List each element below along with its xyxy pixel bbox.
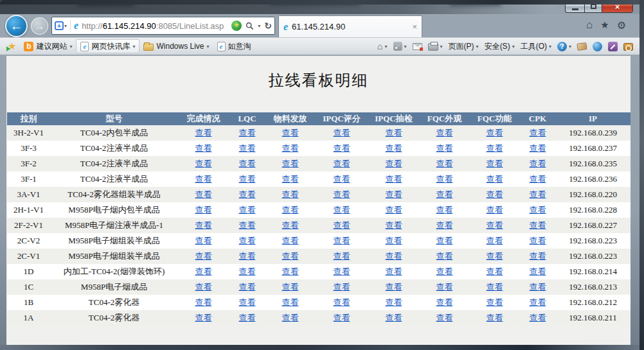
view-link[interactable]: 查看 (487, 267, 503, 276)
view-link[interactable]: 查看 (334, 143, 350, 153)
home-menu-button[interactable]: ⌂ ▾ (377, 41, 387, 51)
view-link[interactable]: 查看 (239, 236, 256, 245)
view-link[interactable]: 查看 (195, 297, 212, 307)
view-link[interactable]: 查看 (386, 143, 402, 153)
view-link[interactable]: 查看 (334, 267, 350, 276)
view-link[interactable]: 查看 (487, 282, 503, 292)
view-link[interactable]: 查看 (487, 220, 503, 230)
view-link[interactable]: 查看 (530, 128, 546, 137)
view-link[interactable]: 查看 (436, 282, 453, 292)
view-link[interactable]: 查看 (195, 205, 212, 214)
view-link[interactable]: 查看 (334, 282, 350, 292)
view-link[interactable]: 查看 (436, 189, 453, 199)
browser-tab[interactable]: e 61.145.214.90 × (278, 15, 422, 37)
view-link[interactable]: 查看 (282, 205, 299, 214)
view-link[interactable]: 查看 (436, 251, 453, 261)
view-link[interactable]: 查看 (195, 251, 212, 261)
view-link[interactable]: 查看 (239, 128, 256, 137)
add-favorite-button[interactable]: ★ (4, 39, 20, 53)
view-link[interactable]: 查看 (436, 297, 453, 307)
view-link[interactable]: 查看 (386, 251, 402, 261)
back-button[interactable]: ← (5, 15, 28, 37)
view-link[interactable]: 查看 (436, 128, 453, 137)
view-link[interactable]: 查看 (239, 313, 256, 322)
view-link[interactable]: 查看 (436, 205, 453, 214)
view-link[interactable]: 查看 (195, 128, 212, 137)
favorite-windows-live[interactable]: Windows Live ▾ (139, 39, 213, 53)
view-link[interactable]: 查看 (195, 174, 212, 184)
view-link[interactable]: 查看 (239, 205, 256, 214)
view-link[interactable]: 查看 (334, 159, 350, 168)
home-icon[interactable]: ⌂ (586, 19, 593, 31)
view-link[interactable]: 查看 (282, 143, 299, 153)
view-link[interactable]: 查看 (386, 159, 402, 168)
view-link[interactable]: 查看 (530, 220, 546, 230)
view-link[interactable]: 查看 (530, 143, 546, 153)
view-link[interactable]: 查看 (282, 159, 299, 168)
view-link[interactable]: 查看 (530, 189, 546, 199)
search-dropdown-icon[interactable]: ▾ (258, 23, 260, 29)
view-link[interactable]: 查看 (530, 205, 546, 214)
view-link[interactable]: 查看 (487, 159, 503, 168)
view-link[interactable]: 查看 (530, 251, 546, 261)
view-link[interactable]: 查看 (436, 220, 453, 230)
view-link[interactable]: 查看 (239, 297, 256, 307)
address-bar[interactable]: + ▾ e http://61.145.214.90:8085/LineList… (51, 17, 275, 35)
read-mail-button[interactable] (413, 43, 422, 50)
view-link[interactable]: 查看 (436, 159, 453, 168)
search-icon[interactable] (246, 22, 254, 30)
favorite-suggested-sites[interactable]: b 建议网站 ▾ (20, 39, 76, 53)
view-link[interactable]: 查看 (282, 128, 299, 137)
favorite-ruyitao[interactable]: e 如意淘 (213, 39, 255, 53)
view-link[interactable]: 查看 (195, 143, 212, 153)
view-link[interactable]: 查看 (334, 313, 350, 322)
print-button[interactable]: ▾ (428, 42, 443, 51)
compatibility-button[interactable]: + ▾ (55, 21, 67, 30)
view-link[interactable]: 查看 (530, 236, 546, 245)
view-link[interactable]: 查看 (487, 297, 503, 307)
favorites-star-icon[interactable]: ★ (600, 19, 609, 31)
view-link[interactable]: 查看 (487, 128, 503, 137)
safety-menu-button[interactable]: 安全(S) ▾ (485, 41, 515, 52)
view-link[interactable]: 查看 (436, 313, 453, 322)
view-link[interactable]: 查看 (487, 205, 503, 214)
view-link[interactable]: 查看 (487, 189, 503, 199)
globe-addon-icon[interactable] (593, 42, 602, 51)
forward-button[interactable]: → (31, 17, 48, 35)
view-link[interactable]: 查看 (530, 174, 546, 184)
addon-icon[interactable]: + (231, 21, 242, 31)
view-link[interactable]: 查看 (334, 128, 350, 137)
view-link[interactable]: 查看 (195, 282, 212, 292)
view-link[interactable]: 查看 (334, 236, 350, 245)
view-link[interactable]: 查看 (195, 236, 212, 245)
settings-gear-icon[interactable]: ⚙ (617, 19, 626, 31)
refresh-icon[interactable]: ↻ (264, 21, 272, 31)
view-link[interactable]: 查看 (386, 220, 402, 230)
view-link[interactable]: 查看 (334, 205, 350, 214)
view-link[interactable]: 查看 (239, 159, 256, 168)
view-link[interactable]: 查看 (334, 297, 350, 307)
research-addon-icon[interactable] (623, 43, 633, 51)
view-link[interactable]: 查看 (487, 236, 503, 245)
view-link[interactable]: 查看 (436, 174, 453, 184)
view-link[interactable]: 查看 (195, 159, 212, 168)
view-link[interactable]: 查看 (282, 236, 299, 245)
view-link[interactable]: 查看 (386, 282, 402, 292)
view-link[interactable]: 查看 (282, 313, 299, 322)
view-link[interactable]: 查看 (282, 251, 299, 261)
view-link[interactable]: 查看 (487, 143, 503, 153)
view-link[interactable]: 查看 (334, 251, 350, 261)
view-link[interactable]: 查看 (386, 205, 402, 214)
view-link[interactable]: 查看 (282, 174, 299, 184)
view-link[interactable]: 查看 (195, 313, 212, 322)
view-link[interactable]: 查看 (386, 313, 402, 322)
view-link[interactable]: 查看 (487, 174, 503, 184)
tools-menu-button[interactable]: 工具(O) ▾ (521, 41, 551, 52)
view-link[interactable]: 查看 (386, 128, 402, 137)
view-link[interactable]: 查看 (436, 143, 453, 153)
page-menu-button[interactable]: 页面(P) ▾ (449, 41, 479, 52)
view-link[interactable]: 查看 (239, 174, 256, 184)
wallet-addon-icon[interactable] (577, 42, 587, 51)
view-link[interactable]: 查看 (530, 267, 546, 276)
view-link[interactable]: 查看 (530, 313, 546, 322)
